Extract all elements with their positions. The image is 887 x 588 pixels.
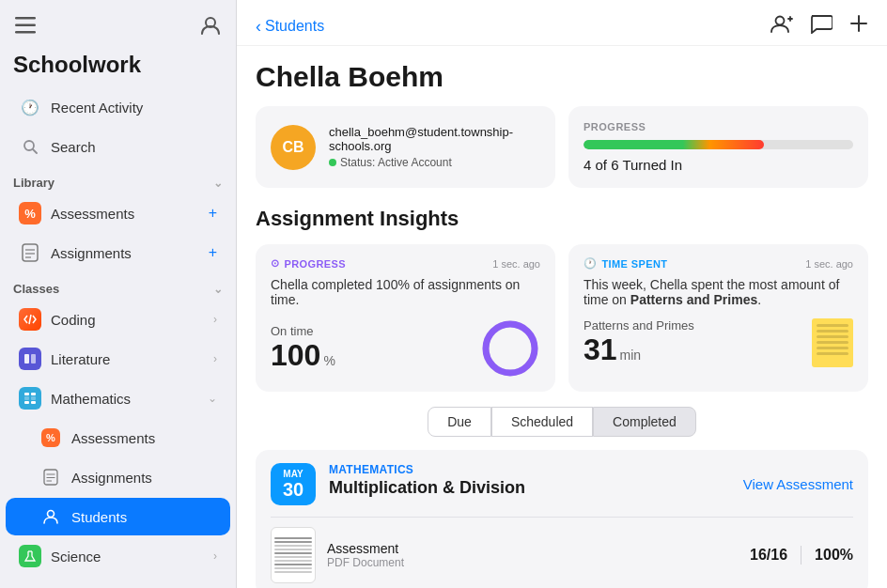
insight-stat: On time 100 % (271, 324, 335, 373)
breadcrumb[interactable]: ‹ Students (256, 17, 324, 37)
desc-post: . (757, 292, 761, 307)
insights-row: ⊙ PROGRESS 1 sec. ago Chella completed 1… (256, 244, 868, 392)
chevron-right-icon: › (213, 352, 217, 365)
doc-info: Assessment PDF Document (327, 541, 739, 569)
chevron-down-icon: ⌄ (213, 283, 223, 296)
assignment-subject: MATHEMATICS (329, 463, 730, 476)
date-day: 30 (278, 479, 308, 500)
status-text: Status: Active Account (340, 156, 452, 169)
notebook-line (817, 335, 848, 338)
sidebar-item-math-students[interactable]: Students (6, 498, 230, 535)
sidebar-top (0, 0, 236, 50)
sidebar-item-label: Assignments (51, 245, 209, 261)
chevron-down-icon: ⌄ (208, 392, 217, 405)
student-details: chella_boehm@student.township-schools.or… (329, 125, 540, 169)
sidebar-item-literature[interactable]: Literature › (6, 340, 230, 378)
donut-chart (480, 318, 540, 379)
svg-line-5 (33, 149, 37, 153)
sidebar-item-label: Assessments (71, 430, 217, 446)
sidebar-item-archived[interactable]: Archived (6, 580, 230, 588)
notebook-line (817, 347, 848, 349)
svg-point-27 (776, 17, 785, 25)
svg-rect-17 (24, 393, 29, 395)
assignment-top: MAY 30 MATHEMATICS Multiplication & Divi… (271, 463, 853, 505)
progress-insight-card: ⊙ PROGRESS 1 sec. ago Chella completed 1… (256, 244, 555, 392)
sidebar-item-label: Assessments (51, 206, 209, 222)
assignment-info: MATHEMATICS Multiplication & Division (329, 463, 730, 498)
score-percent: 100% (815, 547, 853, 564)
insights-title: Assignment Insights (256, 207, 868, 231)
sidebar-item-math-assessments[interactable]: % Assessments (6, 419, 230, 456)
avatar: CB (271, 125, 316, 170)
tab-completed[interactable]: Completed (593, 407, 696, 437)
sidebar-item-lib-assessments[interactable]: % Assessments + (6, 194, 230, 232)
student-info-card: CB chella_boehm@student.township-schools… (256, 106, 555, 188)
time-tag: 🕐 TIME SPENT (584, 257, 667, 270)
search-icon (19, 135, 41, 158)
time-tag-icon: 🕐 (584, 257, 597, 270)
library-section-header[interactable]: Library ⌄ (0, 166, 236, 193)
science-icon (19, 545, 41, 567)
chevron-right-icon: › (213, 549, 217, 563)
classes-section-header[interactable]: Classes ⌄ (0, 272, 236, 300)
tab-due[interactable]: Due (428, 407, 491, 437)
view-assessment-button[interactable]: View Assessment (743, 476, 853, 492)
classes-label: Classes (13, 282, 59, 296)
progress-description: Chella completed 100% of assignments on … (271, 277, 540, 307)
math-icon (19, 387, 41, 410)
sidebar-item-mathematics[interactable]: Mathematics ⌄ (6, 379, 230, 417)
time-insight-bottom: Patterns and Primes 31 min (584, 318, 853, 367)
add-button[interactable] (849, 14, 868, 39)
sidebar-item-recent-activity[interactable]: 🕐 Recent Activity (6, 88, 230, 126)
student-email: chella_boehm@student.township-schools.or… (329, 125, 540, 153)
sidebar-item-search[interactable]: Search (6, 128, 230, 165)
time-description: This week, Chella spent the most amount … (584, 277, 853, 307)
svg-line-10 (29, 315, 31, 324)
sidebar-item-label: Students (71, 509, 217, 525)
sidebar-item-science[interactable]: Science › (6, 537, 230, 575)
time-stat-value: 31 min (584, 333, 694, 367)
add-assessments-button[interactable]: + (209, 205, 217, 222)
time-big-num: 31 (584, 333, 617, 367)
sidebar-item-label: Search (51, 139, 217, 155)
assignment-detail: Assessment PDF Document 16/16 100% (271, 517, 853, 583)
main-content-area: ‹ Students (237, 0, 887, 588)
notebook-line (817, 352, 848, 355)
time-time-ago: 1 sec. ago (805, 258, 853, 270)
sidebar-item-label: Mathematics (51, 391, 208, 407)
sidebar-toggle-button[interactable] (13, 15, 38, 40)
doc-icon (19, 241, 41, 264)
add-assignments-button[interactable]: + (209, 244, 217, 261)
tab-scheduled[interactable]: Scheduled (491, 407, 593, 437)
svg-rect-15 (24, 401, 29, 404)
doc-sub-icon (39, 466, 62, 488)
tabs-row: Due Scheduled Completed (256, 407, 868, 437)
student-name: Chella Boehm (256, 61, 868, 93)
assignment-name: Multiplication & Division (329, 478, 730, 498)
back-chevron-icon: ‹ (256, 17, 261, 37)
big-number: 100 (271, 338, 320, 373)
notebook-line (817, 324, 848, 327)
svg-rect-2 (15, 31, 36, 34)
status-dot-icon (329, 159, 336, 166)
sidebar-item-math-assignments[interactable]: Assignments (6, 458, 230, 496)
progress-bar (584, 140, 853, 149)
sidebar-item-coding[interactable]: Coding › (6, 301, 230, 338)
score-divider (801, 546, 801, 565)
insight-bottom: On time 100 % (271, 318, 540, 379)
sidebar-item-lib-assignments[interactable]: Assignments + (6, 234, 230, 271)
add-student-button[interactable] (770, 13, 793, 39)
svg-rect-13 (24, 396, 29, 400)
time-tag-label: TIME SPENT (601, 258, 667, 270)
message-button[interactable] (810, 13, 833, 39)
notebook-icon (812, 318, 853, 367)
svg-point-23 (48, 511, 54, 518)
notebook-line (817, 341, 848, 344)
clock-icon: 🕐 (19, 96, 41, 118)
chevron-right-icon: › (213, 313, 217, 326)
svg-point-33 (486, 324, 535, 373)
progress-tag-icon: ⊙ (271, 257, 279, 270)
notebook-line (817, 330, 848, 333)
profile-button[interactable] (198, 13, 223, 42)
svg-rect-0 (15, 17, 36, 20)
